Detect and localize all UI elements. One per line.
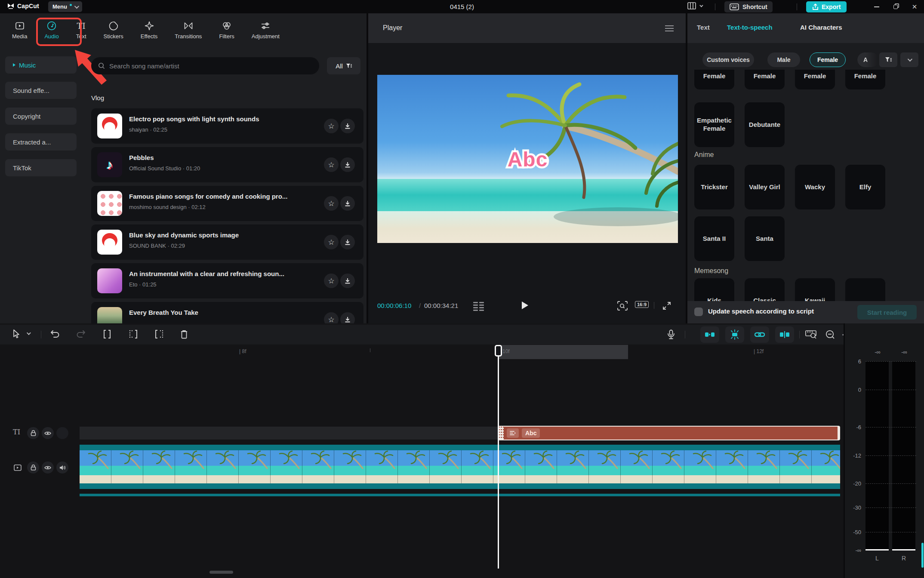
download-button[interactable]: [340, 274, 355, 288]
delete-right-button[interactable]: [154, 329, 164, 339]
video-preview[interactable]: Abc: [377, 75, 678, 243]
eye-icon[interactable]: [42, 427, 54, 439]
voice-tile-valley-girl[interactable]: Valley Girl: [745, 165, 785, 209]
record-voiceover-button[interactable]: [667, 329, 675, 340]
start-reading-button[interactable]: Start reading: [857, 305, 917, 320]
voice-tile-elfy[interactable]: Elfy: [845, 165, 885, 209]
aspect-ratio-button[interactable]: 16:9: [635, 301, 649, 308]
select-tool-button[interactable]: [12, 329, 21, 339]
snap-toggle[interactable]: [700, 326, 719, 343]
tab-filters[interactable]: Filters: [219, 21, 234, 40]
sidebar-item-copyright[interactable]: Copyright: [5, 108, 77, 125]
split-button[interactable]: [102, 329, 112, 339]
speaker-icon[interactable]: [56, 461, 68, 473]
voice-tile-santa[interactable]: Santa: [745, 216, 785, 261]
tab-audio[interactable]: Audio: [44, 21, 59, 40]
tab-ai-characters[interactable]: AI Characters: [800, 24, 842, 31]
player-menu-icon[interactable]: [665, 25, 674, 31]
filter-custom-voices[interactable]: Custom voices: [702, 52, 754, 67]
shortcut-button[interactable]: Shortcut: [724, 1, 773, 12]
voice-tile-female-3[interactable]: Female: [795, 70, 835, 89]
tab-transitions[interactable]: Transitions: [175, 21, 202, 40]
tool-dropdown-chevron[interactable]: [27, 332, 30, 335]
song-item[interactable]: ♪ Pebbles Official Sound Studio · 01:20 …: [91, 147, 363, 182]
minimize-button[interactable]: [873, 3, 880, 10]
text-clip[interactable]: Abc: [498, 426, 840, 440]
song-item[interactable]: Blue sky and dynamic sports image SOUND …: [91, 224, 363, 260]
song-item[interactable]: Electro pop songs with light synth sound…: [91, 108, 363, 144]
tab-text[interactable]: TI Text: [76, 21, 86, 40]
sidebar-item-music[interactable]: Music: [5, 56, 77, 74]
close-button[interactable]: ✕: [911, 3, 918, 10]
favorite-button[interactable]: ☆: [324, 196, 339, 211]
voice-tile-wacky[interactable]: Wacky: [795, 165, 835, 209]
tab-adjustment[interactable]: Adjustment: [252, 21, 280, 40]
voice-tile-santa-ii[interactable]: Santa II: [694, 216, 734, 261]
download-button[interactable]: [340, 196, 355, 211]
favorite-button[interactable]: ☆: [324, 157, 339, 172]
redo-button[interactable]: [76, 329, 86, 338]
layout-toggle[interactable]: [687, 2, 702, 10]
download-button[interactable]: [340, 157, 355, 172]
song-item[interactable]: Every Breath You Take ☆: [91, 302, 363, 323]
search-bar[interactable]: [91, 57, 319, 74]
clip-left-handle[interactable]: [499, 427, 504, 440]
voice-tile-female-2[interactable]: Female: [745, 70, 785, 89]
voice-filter-button[interactable]: [879, 52, 897, 67]
filter-female[interactable]: Female: [810, 52, 846, 67]
lock-icon[interactable]: [27, 427, 39, 439]
delete-button[interactable]: [180, 329, 188, 339]
playhead[interactable]: [495, 345, 502, 357]
focus-frame-icon[interactable]: [617, 301, 628, 311]
mute-icon[interactable]: [56, 427, 68, 439]
segments-view-button[interactable]: [473, 302, 484, 311]
sidebar-item-sound-effects[interactable]: Sound effe...: [5, 82, 77, 99]
zoom-out-button[interactable]: [825, 329, 835, 340]
clip-right-handle[interactable]: [838, 427, 839, 440]
play-button[interactable]: [520, 300, 530, 311]
restore-button[interactable]: [892, 3, 899, 10]
tab-text-settings[interactable]: Text: [697, 24, 710, 31]
song-item[interactable]: An instrumental with a clear and refresh…: [91, 263, 363, 298]
preview-axis-button[interactable]: [805, 329, 817, 340]
fullscreen-icon[interactable]: [662, 301, 671, 311]
filter-partial[interactable]: A: [857, 52, 879, 67]
vertical-scrollbar[interactable]: [921, 543, 924, 568]
export-button[interactable]: Export: [806, 1, 847, 12]
auto-preview-toggle[interactable]: [725, 326, 744, 343]
search-input[interactable]: [109, 62, 299, 70]
voice-tile-debutante[interactable]: Debutante: [745, 102, 785, 147]
all-filter-button[interactable]: All: [327, 57, 360, 74]
download-button[interactable]: [340, 119, 355, 133]
link-toggle[interactable]: [750, 326, 769, 343]
voice-tile-female-1[interactable]: Female: [694, 70, 734, 89]
favorite-button[interactable]: ☆: [324, 274, 339, 288]
audio-strip[interactable]: [80, 494, 840, 496]
tab-media[interactable]: Media: [12, 21, 27, 40]
tab-text-to-speech[interactable]: Text-to-speech: [727, 24, 773, 31]
favorite-button[interactable]: ☆: [324, 119, 339, 133]
tab-effects[interactable]: Effects: [141, 21, 158, 40]
tab-stickers[interactable]: Stickers: [104, 21, 123, 40]
sidebar-item-tiktok[interactable]: TikTok: [5, 159, 77, 176]
filter-male[interactable]: Male: [767, 52, 800, 67]
lock-icon[interactable]: [27, 461, 39, 473]
delete-left-button[interactable]: [128, 329, 139, 339]
video-text-overlay[interactable]: Abc: [508, 147, 548, 171]
video-clip-thumbnails[interactable]: [80, 450, 840, 483]
video-clip-bottom-bar[interactable]: [80, 483, 840, 489]
song-item[interactable]: Famous piano songs for comedy and cookin…: [91, 186, 363, 221]
favorite-button[interactable]: ☆: [324, 235, 339, 249]
undo-button[interactable]: [50, 329, 60, 338]
download-button[interactable]: [340, 235, 355, 249]
favorite-button[interactable]: ☆: [324, 312, 339, 323]
timeline-ruler[interactable]: | 8f 10f | 12f: [0, 345, 924, 359]
eye-icon[interactable]: [42, 461, 54, 473]
download-button[interactable]: [340, 312, 355, 323]
mirror-split-toggle[interactable]: [775, 326, 794, 343]
voice-tile-female-4[interactable]: Female: [845, 70, 885, 89]
update-speech-checkbox[interactable]: [694, 307, 703, 316]
voice-expand-button[interactable]: [900, 52, 918, 67]
video-clip-top-bar[interactable]: [80, 445, 840, 450]
sidebar-item-extracted-audio[interactable]: Extracted a...: [5, 133, 77, 151]
